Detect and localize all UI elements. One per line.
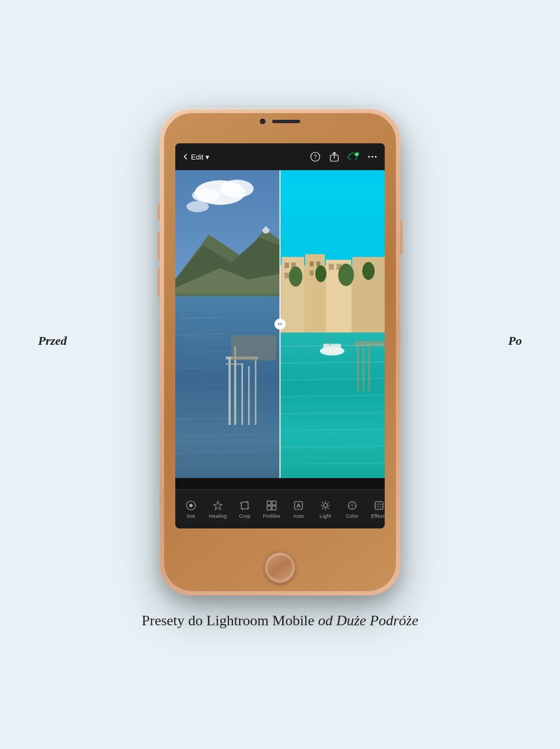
caption-main: Presety do Lightroom Mobile	[142, 612, 318, 629]
color-label: Color	[346, 513, 359, 519]
selective-icon	[185, 499, 197, 512]
svg-rect-82	[272, 506, 276, 510]
svg-rect-63	[362, 347, 365, 391]
volume-down-button	[157, 268, 160, 296]
svg-rect-45	[284, 273, 289, 278]
toolbar-item-selective[interactable]: tive	[178, 499, 204, 519]
screen[interactable]: Edit ▾ ?	[175, 143, 385, 528]
app-topbar: Edit ▾ ?	[175, 143, 385, 170]
svg-point-15	[192, 189, 220, 202]
svg-line-93	[322, 508, 323, 509]
svg-rect-59	[323, 344, 341, 353]
svg-rect-33	[226, 363, 242, 365]
power-button	[400, 221, 403, 254]
light-icon	[319, 499, 332, 512]
profiles-icon	[265, 499, 278, 512]
light-label: Light	[320, 513, 332, 519]
toolbar-item-auto[interactable]: Auto	[285, 499, 312, 519]
svg-point-16	[186, 201, 209, 212]
svg-point-77	[189, 504, 193, 507]
svg-rect-34	[231, 335, 276, 361]
color-icon	[346, 499, 358, 512]
phone-camera-area	[260, 119, 300, 124]
page-wrapper: Przed Po Edit ▾	[0, 0, 560, 749]
selective-label: tive	[187, 513, 195, 519]
effects-label: Effects	[371, 513, 385, 519]
photo-area[interactable]	[175, 170, 385, 478]
svg-point-4	[368, 156, 370, 158]
svg-rect-62	[357, 347, 359, 391]
caption: Presety do Lightroom Mobile od Duże Podr…	[142, 612, 418, 629]
svg-rect-97	[375, 502, 383, 509]
svg-rect-17	[175, 296, 280, 478]
topbar-left[interactable]: Edit ▾	[182, 153, 209, 161]
svg-rect-49	[310, 270, 314, 275]
back-icon[interactable]	[182, 153, 189, 160]
bottom-toolbar: tive Healing	[175, 489, 385, 528]
label-przed: Przed	[38, 334, 67, 348]
cloud-check-icon	[348, 152, 359, 162]
front-camera	[260, 119, 265, 124]
more-options-icon[interactable]	[367, 151, 378, 162]
cloud-sync-icon[interactable]	[348, 151, 359, 162]
svg-rect-31	[255, 358, 256, 425]
crop-icon	[239, 499, 251, 512]
speaker	[272, 120, 300, 123]
photo-svg	[175, 170, 385, 478]
volume-up-button	[157, 232, 160, 260]
toolbar-item-color[interactable]: Color	[339, 499, 366, 519]
home-button[interactable]	[264, 552, 296, 583]
svg-point-54	[315, 265, 326, 282]
svg-point-56	[362, 262, 375, 280]
auto-label: Auto	[293, 513, 304, 519]
toolbar-item-effects[interactable]: Effects	[366, 499, 385, 519]
svg-text:?: ?	[314, 154, 317, 160]
svg-point-5	[372, 156, 374, 158]
toolbar-item-profiles[interactable]: Profiles	[258, 499, 285, 519]
svg-rect-78	[241, 502, 248, 509]
label-po: Po	[508, 334, 522, 348]
svg-rect-30	[248, 366, 250, 425]
svg-point-53	[289, 266, 302, 287]
svg-rect-27	[228, 358, 231, 425]
healing-label: Healing	[209, 513, 227, 519]
photo-bottom-strip	[175, 478, 385, 489]
toolbar-item-healing[interactable]: Healing	[204, 499, 231, 519]
effects-icon	[373, 499, 385, 512]
topbar-icons: ?	[310, 151, 378, 162]
svg-point-85	[324, 504, 328, 508]
svg-line-92	[328, 502, 329, 503]
svg-rect-43	[284, 263, 289, 268]
svg-point-14	[220, 180, 254, 198]
svg-point-6	[375, 156, 377, 158]
svg-rect-80	[272, 501, 276, 505]
mute-button	[157, 204, 160, 221]
home-button-inner	[267, 555, 293, 581]
svg-rect-47	[310, 261, 314, 266]
profiles-label: Profiles	[263, 513, 281, 519]
toolbar-item-light[interactable]: Light	[312, 499, 339, 519]
healing-icon	[212, 499, 224, 512]
caption-italic: od Duże Podróże	[318, 612, 418, 629]
svg-line-91	[328, 508, 329, 509]
svg-rect-79	[267, 501, 271, 505]
svg-rect-50	[329, 264, 334, 270]
svg-line-90	[322, 502, 323, 503]
auto-icon	[292, 499, 305, 512]
share-icon[interactable]	[329, 151, 340, 162]
upload-icon	[330, 152, 339, 162]
edit-label: Edit ▾	[191, 153, 209, 161]
svg-point-75	[274, 319, 286, 330]
help-icon[interactable]: ?	[310, 151, 321, 162]
toolbar-item-crop[interactable]: Crop	[231, 499, 258, 519]
svg-rect-81	[267, 506, 271, 510]
phone: Edit ▾ ?	[160, 109, 400, 596]
svg-point-55	[338, 264, 354, 286]
svg-rect-64	[368, 347, 370, 391]
crop-label: Crop	[239, 513, 250, 519]
dots-menu-icon	[367, 152, 377, 162]
help-circle-icon: ?	[310, 152, 320, 162]
svg-rect-61	[354, 341, 385, 347]
svg-rect-83	[295, 502, 302, 509]
svg-rect-29	[241, 363, 243, 425]
